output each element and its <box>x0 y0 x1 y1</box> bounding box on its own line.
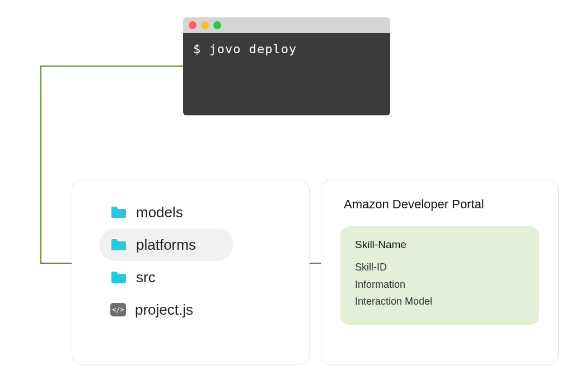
terminal-window: $ jovo deploy <box>183 17 390 115</box>
folder-icon <box>110 206 127 219</box>
file-label: project.js <box>135 301 193 319</box>
file-label: src <box>136 269 156 286</box>
skill-line: Skill-ID <box>355 259 525 276</box>
terminal-command: $ jovo deploy <box>193 42 297 56</box>
skill-line: Interaction Model <box>355 293 525 310</box>
terminal-header <box>183 17 390 33</box>
window-close-icon <box>189 21 197 29</box>
window-minimize-icon <box>201 21 209 29</box>
file-label: models <box>136 204 183 221</box>
skill-line: Information <box>355 276 525 293</box>
code-file-icon: </> <box>110 303 126 316</box>
portal-card: Amazon Developer Portal Skill-Name Skill… <box>321 180 559 365</box>
file-row-project-js: </>project.js <box>99 293 233 326</box>
terminal-body: $ jovo deploy <box>183 33 390 115</box>
file-label: platforms <box>136 236 196 254</box>
file-row-models: models <box>99 196 233 228</box>
folder-icon <box>110 238 127 251</box>
files-card: modelsplatformssrc</>project.js <box>72 180 310 365</box>
skill-name: Skill-Name <box>355 239 525 251</box>
window-zoom-icon <box>213 21 221 29</box>
folder-icon <box>110 270 127 284</box>
file-row-src: src <box>99 261 233 293</box>
portal-title: Amazon Developer Portal <box>344 197 539 212</box>
file-row-platforms: platforms <box>99 228 233 261</box>
skill-box: Skill-Name Skill-IDInformationInteractio… <box>340 226 539 325</box>
